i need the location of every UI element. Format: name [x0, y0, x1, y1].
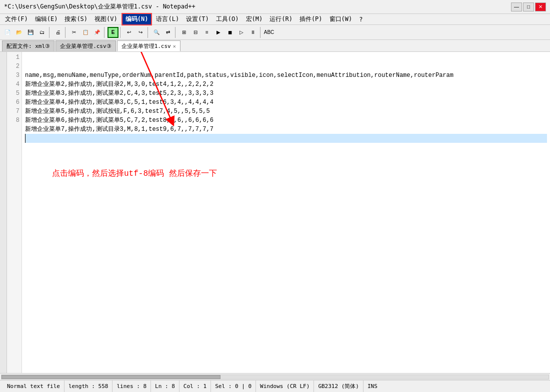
toolbar-btn7[interactable]: ⏸ [248, 27, 258, 38]
scroll-thumb[interactable] [2, 375, 220, 379]
menu-item-edit[interactable]: 编辑(E) [32, 14, 61, 24]
toolbar-encoding-active[interactable]: E [108, 27, 118, 38]
menu-item-run[interactable]: 运行(R) [266, 14, 296, 24]
tab-config-xml[interactable]: 配置文件: xml③ [2, 40, 54, 51]
line-number-6: 6 [7, 98, 20, 107]
menu-bar: 文件(F)编辑(E)搜索(S)视图(V)编码(N)语言(L)设置(T)工具(O)… [0, 14, 550, 25]
status-file-type: Normal text file [3, 381, 64, 392]
tab-menu1-csv[interactable]: 企业菜单管理1.csv ✕ [117, 40, 180, 51]
toolbar-btn5[interactable]: ◼ [224, 27, 236, 38]
menu-item-search[interactable]: 搜索(S) [62, 14, 90, 24]
toolbar-find[interactable]: 🔍 [151, 27, 162, 38]
status-ins: INS [364, 381, 382, 392]
maximize-button[interactable]: □ [523, 2, 534, 11]
horizontal-scrollbar[interactable] [0, 373, 550, 380]
editor-line-2: 新增企业菜单2,操作成功,测试目录2,M,3,0,test4,1,2,,2,2,… [25, 80, 547, 89]
menu-item-file[interactable]: 文件(F) [2, 14, 31, 24]
tab-config-xml-label: 配置文件: xml③ [6, 42, 50, 50]
tabs-bar: 配置文件: xml③ 企业菜单管理.csv③ 企业菜单管理1.csv ✕ [0, 40, 550, 52]
editor-line-7: 新增企业菜单7,操作成功,测试目录3,M,8,1,test9,6,7,,7,7,… [25, 125, 547, 134]
toolbar: 📄 📂 💾 🗂 🖨 ✂ 📋 📌 E ↩ ↪ 🔍 ⇄ ⊞ ⊟ ≡ ▶ ◼ ▷ ⏸ … [0, 25, 550, 40]
toolbar-print[interactable]: 🖨 [52, 27, 64, 38]
toolbar-btn3[interactable]: ≡ [202, 27, 212, 38]
menu-item-tools[interactable]: 工具(O) [213, 14, 242, 24]
minimize-button[interactable]: — [511, 2, 522, 11]
menu-item-plugins[interactable]: 插件(P) [296, 14, 326, 24]
editor-line-8 [25, 134, 547, 143]
editor-line-1: name,msg,menuName,menuType,orderNum,pare… [25, 71, 547, 80]
menu-item-settings[interactable]: 设置(T) [183, 14, 212, 24]
toolbar-spellcheck[interactable]: ABC [264, 27, 274, 38]
status-length: length : 558 [64, 381, 112, 392]
editor-line-4: 新增企业菜单4,操作成功,测试菜单3,C,5,1,test6,3,4,,4,4,… [25, 98, 547, 107]
line-number-4: 4 [7, 80, 20, 89]
toolbar-paste[interactable]: 📌 [92, 27, 102, 38]
toolbar-replace[interactable]: ⇄ [162, 27, 174, 38]
toolbar-sep4 [120, 27, 122, 38]
toolbar-sep3 [104, 27, 106, 38]
close-button[interactable]: ✕ [535, 2, 546, 11]
toolbar-sep5 [148, 27, 150, 38]
line-number-7: 7 [7, 107, 20, 116]
window-controls: — □ ✕ [511, 2, 546, 11]
annotation-text: 点击编码，然后选择utf-8编码 然后保存一下 [52, 169, 217, 178]
menu-item-macro[interactable]: 宏(M) [243, 14, 266, 24]
menu-item-view[interactable]: 视图(V) [92, 14, 120, 24]
editor-line-5: 新增企业菜单5,操作成功,测试按钮,F,6,3,test7,4,5,,5,5,5… [25, 107, 547, 116]
status-line-ending: Windows (CR LF) [256, 381, 314, 392]
menu-item-language[interactable]: 语言(L) [153, 14, 182, 24]
toolbar-sep2 [65, 27, 67, 38]
tab-menu-csv[interactable]: 企业菜单管理.csv③ [56, 40, 116, 51]
toolbar-saveall[interactable]: 🗂 [36, 27, 48, 38]
line-number-8: 8 [7, 116, 20, 125]
window-title: *C:\Users\GengSun\Desktop\企业菜单管理1.csv - … [4, 2, 196, 11]
status-encoding: GB2312 (简体) [314, 381, 364, 392]
editor-line-3: 新增企业菜单3,操作成功,测试菜单2,C,4,3,test5,2,3,,3,3,… [25, 89, 547, 98]
editor-content[interactable]: name,msg,menuName,menuType,orderNum,pare… [22, 52, 550, 373]
editor-line-6: 新增企业菜单6,操作成功,测试菜单5,C,7,2,test8,5,6,,6,6,… [25, 116, 547, 125]
toolbar-cut[interactable]: ✂ [68, 27, 80, 38]
line-numbers: 12345678 [7, 52, 22, 373]
left-margin [0, 52, 7, 373]
menu-item-encoding[interactable]: 编码(N) [122, 13, 152, 25]
menu-item-help[interactable]: ? [356, 15, 366, 24]
tab-menu1-csv-label: 企业菜单管理1.csv [122, 42, 171, 50]
toolbar-sep7 [260, 27, 262, 38]
status-ln: Ln : 8 [151, 381, 180, 392]
line-number-5: 5 [7, 89, 20, 98]
toolbar-btn2[interactable]: ⊟ [190, 27, 201, 38]
tab-menu-csv-label: 企业菜单管理.csv③ [60, 42, 112, 50]
line-number-1: 1 [7, 53, 20, 62]
title-bar: *C:\Users\GengSun\Desktop\企业菜单管理1.csv - … [0, 0, 550, 14]
line-number-2: 2 [7, 62, 20, 71]
toolbar-open[interactable]: 📂 [14, 27, 24, 38]
status-bar: Normal text file length : 558 lines : 8 … [0, 380, 550, 392]
toolbar-sep6 [175, 27, 177, 38]
toolbar-copy[interactable]: 📋 [80, 27, 91, 38]
toolbar-redo[interactable]: ↪ [135, 27, 146, 38]
tab-menu1-close-icon[interactable]: ✕ [173, 43, 176, 49]
toolbar-save[interactable]: 💾 [25, 27, 36, 38]
menu-item-window[interactable]: 窗口(W) [326, 14, 356, 24]
line-number-3: 3 [7, 71, 20, 80]
scroll-track[interactable] [1, 375, 549, 380]
toolbar-btn6[interactable]: ▷ [236, 27, 247, 38]
status-col: Col : 1 [180, 381, 211, 392]
toolbar-sep1 [49, 27, 51, 38]
status-sel: Sel : 0 | 0 [211, 381, 256, 392]
toolbar-btn4[interactable]: ▶ [213, 27, 224, 38]
status-lines: lines : 8 [112, 381, 151, 392]
toolbar-undo[interactable]: ↩ [124, 27, 134, 38]
toolbar-btn1[interactable]: ⊞ [178, 27, 190, 38]
toolbar-new[interactable]: 📄 [2, 27, 13, 38]
